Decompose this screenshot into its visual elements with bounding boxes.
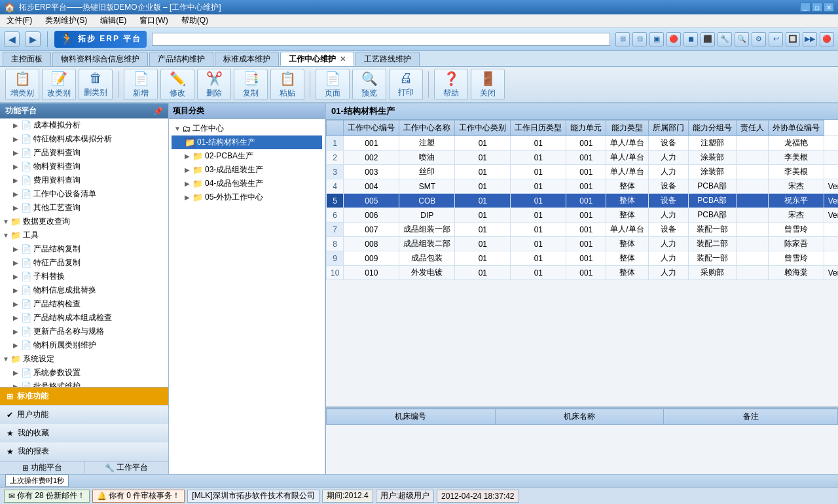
bottom-data-table: 机床编号 机床名称 备注 <box>326 408 838 425</box>
toolbar-icon-12[interactable]: ▶▶ <box>803 32 817 46</box>
tab-main-dashboard[interactable]: 主控面板 <box>3 52 51 66</box>
tree-item-cost-query[interactable]: ▶ 📄 费用资料查询 <box>0 173 168 187</box>
tree-item-char-cost[interactable]: ▶ 📄 特征物料成本模拟分析 <box>0 132 168 146</box>
tree-item-sub-replace[interactable]: ▶ 📄 子料替换 <box>0 270 168 283</box>
project-tree-item-03[interactable]: ▶ 📁 03-成品组装生产 <box>172 163 322 177</box>
toolbar-icon-9[interactable]: ⚙ <box>752 32 766 46</box>
tree-item-workcenter-equip[interactable]: ▶ 📄 工作中心设备清单 <box>0 187 168 201</box>
copy-btn[interactable]: 📑 复制 <box>234 69 268 100</box>
tree-item-batch-format[interactable]: ▶ 📄 批号格式维护 <box>0 380 168 387</box>
tree-item-tools[interactable]: ▼ 📁 工具 <box>0 228 168 242</box>
bottom-pane[interactable]: 机床编号 机床名称 备注 <box>326 408 838 474</box>
preview-btn[interactable]: 🔍 预览 <box>352 69 386 100</box>
tree-item-product-query[interactable]: ▶ 📄 产品资料查询 <box>0 146 168 160</box>
tree-item-data-change[interactable]: ▼ 📁 数据更改查询 <box>0 215 168 228</box>
tree-item-update-product-name[interactable]: ▶ 📄 更新产品名称与规格 <box>0 325 168 338</box>
minimize-btn[interactable]: _ <box>800 3 811 12</box>
toolbar-icon-13[interactable]: 🔴 <box>820 32 834 46</box>
restore-btn[interactable]: □ <box>812 3 822 12</box>
tree-item-sys-params[interactable]: ▶ 📄 系统参数设置 <box>0 366 168 380</box>
sidebar-func-favorites[interactable]: ★ 我的收藏 <box>0 424 168 442</box>
project-tree-item-05[interactable]: ▶ 📁 05-外协工作中心 <box>172 190 322 204</box>
table-cell: 01 <box>455 194 511 208</box>
table-row[interactable]: 6006DIP0101001整体人力PCBA部宋杰Vend0015 <box>327 208 839 223</box>
toolbar-icon-6[interactable]: ⬛ <box>701 32 715 46</box>
add-category-icon: 📋 <box>14 71 31 86</box>
toolbar-icon-4[interactable]: 🔴 <box>666 32 681 46</box>
tree-item-material-query[interactable]: ▶ 📄 物料资料查询 <box>0 160 168 173</box>
menu-window[interactable]: 窗口(W) <box>136 14 172 27</box>
tab-product-structure[interactable]: 产品结构维护 <box>149 52 213 66</box>
sidebar-func-reports[interactable]: ★ 我的报表 <box>0 442 168 461</box>
sidebar-tab-func[interactable]: ⊞ 功能平台 <box>0 461 84 474</box>
tab-standard-cost[interactable]: 标准成本维护 <box>215 52 279 66</box>
toolbar-icon-5[interactable]: ◼ <box>683 32 698 46</box>
menu-edit[interactable]: 编辑(E) <box>96 14 130 27</box>
paste-btn[interactable]: 📋 粘贴 <box>270 69 304 100</box>
tree-item-other-process[interactable]: ▶ 📄 其他工艺查询 <box>0 201 168 215</box>
menu-category[interactable]: 类别维护(S) <box>41 14 91 27</box>
toolbar-icon-1[interactable]: ⊞ <box>615 32 630 46</box>
table-row[interactable]: 8008成品组装二部0101001整体人力装配二部陈家吾 <box>327 237 839 251</box>
close-btn[interactable]: ✕ <box>824 3 834 12</box>
project-tree-root[interactable]: ▼ 🗂 工作中心 <box>172 122 322 135</box>
table-row[interactable]: 3003丝印0101001单人/单台人力涂装部李美根 <box>327 165 839 179</box>
toolbar-icon-8[interactable]: 🔍 <box>735 32 749 46</box>
menu-help[interactable]: 帮助(Q) <box>177 14 212 27</box>
tab-process-route[interactable]: 工艺路线维护 <box>355 52 420 66</box>
print-btn[interactable]: 🖨 打印 <box>389 69 423 100</box>
add-category-btn[interactable]: 📋 增类别 <box>5 69 39 100</box>
sidebar-func-standard[interactable]: ⊞ 标准功能 <box>0 387 168 406</box>
tree-label-workcenter-equip: 工作中心设备清单 <box>33 189 96 200</box>
back-btn[interactable]: ◀ <box>4 31 20 47</box>
toolbar-icon-10[interactable]: ↩ <box>769 32 783 46</box>
sidebar-pin-icon[interactable]: 📌 <box>153 107 163 116</box>
top-pane[interactable]: 工作中心编号 工作中心名称 工作中心类别 工作日历类型 能力单元 能力类型 所属… <box>326 120 838 408</box>
forward-btn[interactable]: ▶ <box>25 31 41 47</box>
sidebar-func-user[interactable]: ✔ 用户功能 <box>0 406 168 424</box>
tab-close-icon[interactable]: ✕ <box>340 55 346 63</box>
sidebar-tab-work[interactable]: 🔧 工作平台 <box>84 461 168 474</box>
project-tree-item-01[interactable]: 📁 01-结构材料生产 <box>172 135 322 149</box>
toolbar-icon-7[interactable]: 🔧 <box>718 32 732 46</box>
menu-file[interactable]: 文件(F) <box>3 14 36 27</box>
tree-item-product-copy[interactable]: ▶ 📄 产品结构复制 <box>0 242 168 256</box>
page-btn[interactable]: 📄 页面 <box>316 69 350 100</box>
tree-item-product-check[interactable]: ▶ 📄 产品结构检查 <box>0 297 168 311</box>
delete-btn[interactable]: ✂️ 删除 <box>197 69 231 100</box>
edit-icon: ✏️ <box>170 71 186 86</box>
new-btn[interactable]: 📄 新增 <box>124 69 158 100</box>
toolbar-icon-11[interactable]: 🔲 <box>786 32 800 46</box>
tab-work-center[interactable]: 工作中心维护 ✕ <box>280 52 354 66</box>
toolbar-icon-3[interactable]: ▣ <box>649 32 664 46</box>
table-row[interactable]: 7007成品组装一部0101001单人/单台设备装配一部曾雪玲 <box>327 223 839 237</box>
tree-item-material-category[interactable]: ▶ 📄 物料所属类别维护 <box>0 338 168 352</box>
table-cell: 9 <box>327 251 344 266</box>
tree-label-sys-params: 系统参数设置 <box>33 367 81 378</box>
project-tree-item-04[interactable]: ▶ 📁 04-成品包装生产 <box>172 177 322 190</box>
tree-item-cost-sim[interactable]: ▶ 📄 成本模拟分析 <box>0 118 168 132</box>
table-row[interactable]: 1001注塑0101001单人/单台设备注塑部龙福艳 <box>327 136 839 151</box>
toolbar-icon-2[interactable]: ⊟ <box>632 32 647 46</box>
delete-category-btn[interactable]: 🗑 删类别 <box>79 69 113 100</box>
tree-item-char-copy[interactable]: ▶ 📄 特征产品复制 <box>0 256 168 270</box>
help-label: 帮助 <box>443 88 459 99</box>
col-type: 工作中心类别 <box>455 120 511 136</box>
tree-item-system-settings[interactable]: ▼ 📁 系统设定 <box>0 352 168 366</box>
table-cell <box>824 223 838 237</box>
table-row[interactable]: 2002喷油0101001单人/单台人力涂装部李美根 <box>327 151 839 165</box>
tree-arrow-char-copy: ▶ <box>13 259 21 266</box>
tree-item-material-batch-replace[interactable]: ▶ 📄 物料信息成批替换 <box>0 283 168 297</box>
close-main-btn[interactable]: 🚪 关闭 <box>471 69 505 100</box>
tree-item-product-cost-check[interactable]: ▶ 📄 产品结构成本组成检查 <box>0 311 168 325</box>
help-btn[interactable]: ❓ 帮助 <box>434 69 468 100</box>
edit-btn[interactable]: ✏️ 修改 <box>160 69 194 100</box>
tab-material-info[interactable]: 物料资料综合信息维护 <box>52 52 148 66</box>
table-row[interactable]: 5005COB0101001整体设备PCBA部祝东平Vend0125 <box>327 194 839 208</box>
address-bar[interactable] <box>152 33 610 46</box>
table-row[interactable]: 10010外发电镀0101001整体人力采购部赖海棠Vend0072 <box>327 266 839 280</box>
edit-category-btn[interactable]: 📝 改类别 <box>42 69 76 100</box>
table-row[interactable]: 4004SMT0101001整体设备PCBA部宋杰Vend0002 <box>327 179 839 194</box>
table-row[interactable]: 9009成品包装0101001整体人力装配一部曾雪玲 <box>327 251 839 266</box>
project-tree-item-02[interactable]: ▶ 📁 02-PCBA生产 <box>172 149 322 163</box>
